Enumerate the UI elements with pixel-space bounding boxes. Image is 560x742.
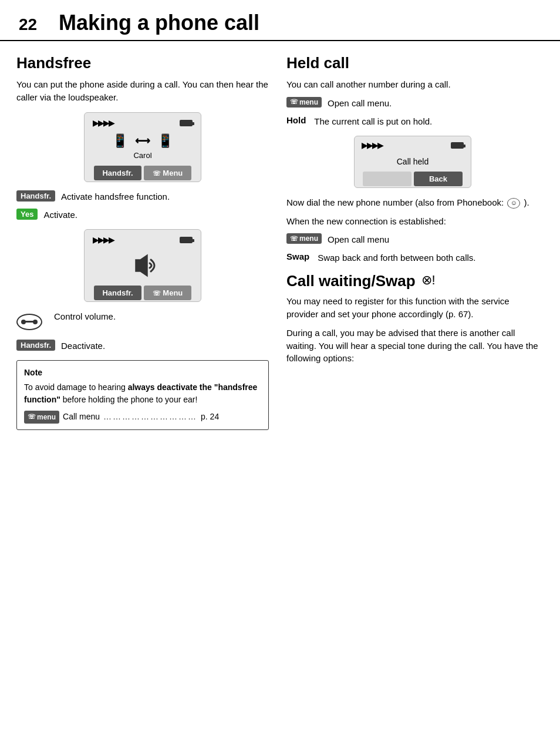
page-title: Making a phone call: [59, 11, 259, 35]
held-call-display: ▶▶▶▶ Call held Back: [354, 136, 471, 188]
held-buttons: Back: [362, 170, 464, 187]
menu-btn-label: Menu: [163, 169, 183, 177]
carol-phones-row: 📱 ⟷ 📱: [93, 130, 193, 151]
handsfr-badge-deactivate: Handsfr.: [16, 340, 55, 351]
note-body: To avoid damage to hearing always deacti…: [24, 381, 261, 406]
handsfree-intro: You can put the phone aside during a cal…: [16, 78, 269, 104]
screen-top-row-2: ▶▶▶▶: [93, 236, 193, 244]
held-menu-badge: ☏ menu: [286, 97, 322, 108]
handsfr-desc-deactivate: Deactivate.: [61, 340, 269, 352]
menu-btn-label-2: Menu: [163, 288, 183, 297]
volume-control-icon: [16, 314, 42, 330]
signal-icon-2: ▶▶▶▶: [93, 236, 114, 244]
volume-desc: Control volume.: [54, 310, 269, 323]
menu-btn-1[interactable]: ☏ Menu: [144, 166, 191, 180]
held-phone-icon: ☏: [290, 98, 298, 106]
phone-display-carol: ▶▶▶▶ 📱 ⟷ 📱 Carol Handsfr. ☏ Menu: [84, 112, 201, 182]
held-screen-top: ▶▶▶▶: [362, 141, 464, 150]
handsfr-btn-1[interactable]: Handsfr.: [94, 166, 141, 180]
yes-key: Yes Activate.: [16, 209, 269, 221]
note-menu-text: Call menu: [63, 411, 100, 423]
left-column: Handsfree You can put the phone aside du…: [16, 52, 269, 438]
note-menu-row: ☏ menu Call menu ………………………… p. 24: [24, 411, 261, 424]
held-empty-btn: [363, 172, 411, 186]
yes-badge: Yes: [16, 209, 38, 220]
speaker-buttons: Handsfr. ☏ Menu: [93, 284, 193, 301]
carol-label: Carol: [133, 151, 151, 160]
speaker-svg-icon: [126, 253, 159, 278]
hold-key: Hold The current call is put on hold.: [286, 115, 539, 127]
note-menu-label: menu: [37, 412, 56, 422]
signal-icon: ▶▶▶▶: [93, 119, 114, 127]
swap-desc: Swap back and forth between both calls.: [318, 251, 539, 264]
held-menu-label: menu: [299, 98, 318, 106]
menu-phone-icon-2: ☏: [153, 290, 161, 297]
held-phone-icon-2: ☏: [290, 235, 298, 243]
note-text2: before holding the phone to your ear!: [60, 395, 198, 404]
call-waiting-icon: ⊗!: [421, 273, 436, 288]
main-content: Handsfree You can put the phone aside du…: [0, 52, 560, 438]
swap-key: Swap Swap back and forth between both ca…: [286, 251, 539, 264]
note-dots: …………………………: [103, 411, 197, 423]
note-page-ref: p. 24: [201, 411, 219, 423]
handsfr-desc-1: Activate handsfree function.: [61, 190, 269, 203]
note-text1: To avoid damage to hearing: [24, 382, 128, 392]
menu-btn-2[interactable]: ☏ Menu: [144, 286, 191, 300]
yes-desc: Activate.: [43, 209, 269, 221]
handsfr-badge-1: Handsfr.: [16, 190, 55, 202]
note-title: Note: [24, 367, 261, 379]
held-menu-key: ☏ menu Open call menu.: [286, 97, 539, 109]
back-btn[interactable]: Back: [414, 172, 463, 186]
battery-icon: [180, 120, 193, 126]
note-phone-icon: ☏: [28, 412, 36, 422]
call-waiting-para2: During a call, you may be advised that t…: [286, 327, 539, 365]
held-signal-icon: ▶▶▶▶: [362, 141, 383, 150]
vol-dot-left: [21, 320, 26, 324]
handsfr-btn-2[interactable]: Handsfr.: [94, 286, 141, 300]
dial-text: Now dial the new phone number (also from…: [286, 196, 539, 209]
held-menu-desc-2: Open call menu: [328, 233, 539, 246]
right-column: Held call You can call another number du…: [286, 52, 539, 438]
swap-word: Swap: [286, 251, 309, 261]
handsfr-key-deactivate: Handsfr. Deactivate.: [16, 340, 269, 352]
arrow-both-icon: ⟷: [135, 135, 150, 147]
dial-text-part1: Now dial the new phone number (also from…: [286, 197, 504, 207]
carol-buttons: Handsfr. ☏ Menu: [93, 164, 193, 182]
held-screen: ▶▶▶▶ Call held: [362, 141, 464, 167]
phone-display-speaker: ▶▶▶▶ Handsfr. ☏: [84, 229, 201, 302]
speaker-screen: [126, 247, 159, 282]
phone-screen-speaker: ▶▶▶▶: [93, 236, 193, 282]
call-waiting-title: Call waiting/Swap: [286, 272, 416, 290]
hold-desc: The current call is put on hold.: [314, 115, 539, 127]
held-call-intro: You can call another number during a cal…: [286, 78, 539, 91]
page-number: 22: [19, 15, 42, 34]
menu-phone-icon: ☏: [153, 170, 161, 177]
phone-handset-left: 📱: [112, 133, 128, 149]
call-waiting-header: Call waiting/Swap ⊗!: [286, 270, 539, 290]
svg-marker-0: [136, 255, 147, 276]
held-menu-label-2: menu: [299, 234, 318, 243]
phonebook-icon: ☺: [507, 198, 520, 209]
note-menu-badge: ☏ menu: [24, 411, 59, 424]
held-menu-key-2: ☏ menu Open call menu: [286, 233, 539, 246]
volume-key: Control volume.: [16, 310, 269, 334]
screen-top-row: ▶▶▶▶: [93, 119, 193, 127]
held-battery-icon: [451, 142, 464, 149]
vol-dot-right: [33, 320, 38, 324]
phone-screen-carol: ▶▶▶▶ 📱 ⟷ 📱 Carol: [93, 119, 193, 162]
held-menu-desc: Open call menu.: [328, 97, 539, 109]
dial-text-part2: ).: [524, 197, 529, 207]
vol-circle: [16, 314, 42, 330]
hold-word: Hold: [286, 115, 306, 125]
handsfr-key-1: Handsfr. Activate handsfree function.: [16, 190, 269, 203]
battery-icon-2: [180, 237, 193, 243]
call-held-text: Call held: [362, 157, 464, 167]
call-waiting-para1: You may need to register for this functi…: [286, 295, 539, 321]
held-call-title: Held call: [286, 54, 539, 72]
connection-text: When the new connection is established:: [286, 215, 539, 228]
note-box: Note To avoid damage to hearing always d…: [16, 360, 269, 430]
held-menu-badge-2: ☏ menu: [286, 233, 322, 244]
phone-handset-right: 📱: [157, 133, 173, 149]
handsfree-title: Handsfree: [16, 54, 269, 72]
page-header: 22 Making a phone call: [0, 0, 560, 41]
